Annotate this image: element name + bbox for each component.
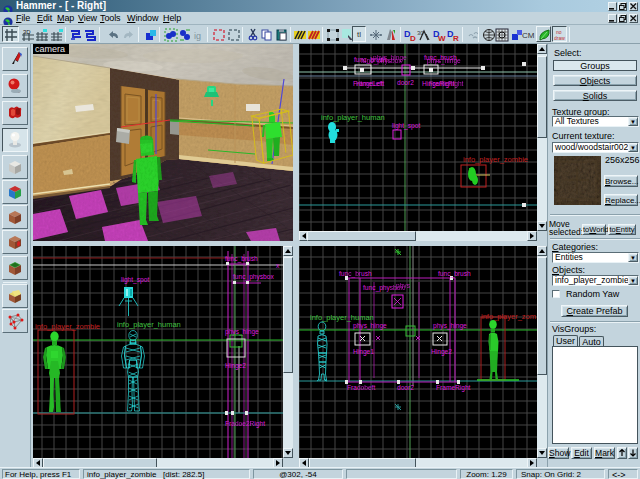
svg-text:func_brush: func_brush <box>225 255 258 263</box>
svg-text:phys_hinge: phys_hinge <box>427 57 461 65</box>
svg-text:W: W <box>438 34 446 42</box>
svg-text:light_spot: light_spot <box>392 122 420 130</box>
svg-text:func_brush: func_brush <box>339 270 372 278</box>
svg-text:door2: door2 <box>397 384 414 391</box>
svg-text:func_physbox: func_physbox <box>233 273 274 281</box>
svg-text:FrameRight: FrameRight <box>436 384 471 392</box>
svg-text:light_spot: light_spot <box>121 276 149 284</box>
svg-text:phys: phys <box>396 282 411 290</box>
svg-text:info_player_human: info_player_human <box>321 113 385 122</box>
svg-text:info_player_zombie: info_player_zombie <box>463 155 528 164</box>
svg-text:camera: camera <box>35 44 65 54</box>
svg-text:Fradoe2Right: Fradoe2Right <box>225 420 265 428</box>
svg-text:info_player_human: info_player_human <box>310 313 374 322</box>
svg-text:HingeLeft: HingeLeft <box>356 80 384 88</box>
svg-text:D: D <box>410 34 416 42</box>
svg-text:Hinge2: Hinge2 <box>431 348 452 356</box>
svg-text:info_player_human: info_player_human <box>117 320 181 329</box>
svg-text:Hinge1: Hinge1 <box>353 348 374 356</box>
svg-text:phys_hinge: phys_hinge <box>373 54 407 62</box>
svg-text:phys_hinge: phys_hinge <box>433 322 467 330</box>
svg-text:ig: ig <box>194 31 201 41</box>
svg-text:Hinge2: Hinge2 <box>225 362 246 370</box>
svg-text:R: R <box>453 34 459 42</box>
svg-text:Fradobeft: Fradobeft <box>347 384 375 391</box>
svg-text:CM: CM <box>522 31 535 40</box>
svg-text:func_brush: func_brush <box>438 270 471 278</box>
svg-text:FrameRight: FrameRight <box>429 80 464 88</box>
svg-text:draw: draw <box>554 35 565 41</box>
svg-text:door2: door2 <box>397 79 414 86</box>
svg-text:phys_hinge: phys_hinge <box>353 322 387 330</box>
